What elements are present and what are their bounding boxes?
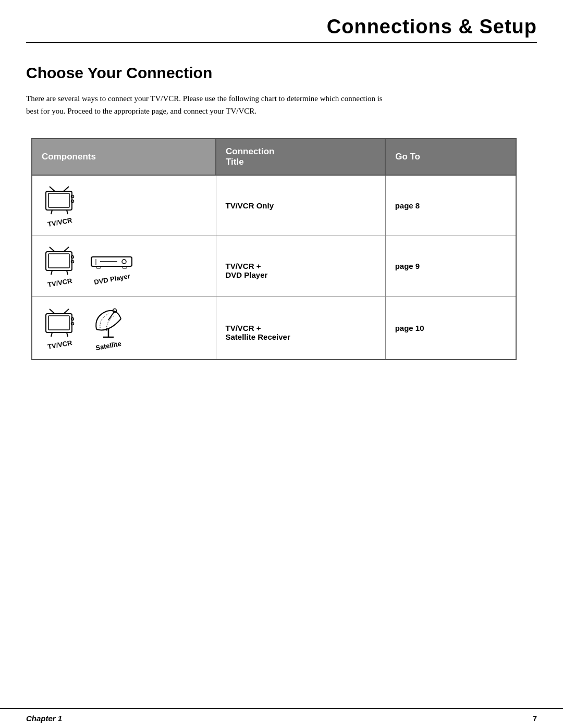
device-label-tvvcr-1: TV/VCR [47,216,73,228]
col-header-connection-title: ConnectionTitle [216,139,385,175]
svg-line-26 [50,309,55,314]
connection-table: Components ConnectionTitle Go To [31,138,517,360]
svg-line-4 [50,187,55,191]
components-cell-3: TV/VCR [32,297,216,360]
tvvcr-icon [42,185,78,216]
components-cell-2: TV/VCR [32,236,216,297]
footer-page-number: 7 [533,714,537,723]
device-label-tvvcr-2: TV/VCR [47,277,73,289]
header-title: Connections & Setup [327,16,537,38]
footer-chapter-label: Chapter 1 [26,714,62,723]
svg-line-5 [64,187,69,191]
tvvcr-icon-3 [42,307,78,339]
device-dvd: DVD Player [89,250,136,283]
components-cell-1: TV/VCR [32,175,216,236]
svg-line-2 [51,210,52,214]
components-group-1: TV/VCR [42,185,206,226]
connection-title-1: TV/VCR Only [216,175,385,236]
connection-title-3: TV/VCR + Satellite Receiver [216,297,385,360]
svg-line-12 [50,247,55,252]
col-header-goto: Go To [385,139,516,175]
svg-line-27 [64,309,69,314]
tvvcr-icon-2 [42,245,78,277]
svg-line-10 [51,270,52,275]
goto-1: page 8 [385,175,516,236]
goto-2: page 9 [385,236,516,297]
device-tvvcr-1: TV/VCR [42,185,78,226]
device-tvvcr-2: TV/VCR [42,245,78,287]
device-label-dvd: DVD Player [93,272,131,286]
col-header-components: Components [32,139,216,175]
page-header: Connections & Setup [0,0,563,43]
svg-line-25 [67,332,68,337]
svg-rect-9 [48,254,69,268]
intro-text: There are several ways to connect your T… [26,92,391,117]
device-satellite: Satellite [89,306,128,350]
main-content: Choose Your Connection There are several… [0,43,563,381]
svg-rect-23 [48,316,69,330]
table-header-row: Components ConnectionTitle Go To [32,139,516,175]
table-row: TV/VCR [32,297,516,360]
device-tvvcr-3: TV/VCR [42,307,78,349]
svg-line-24 [51,332,52,337]
header-rule [26,42,537,43]
satellite-icon [89,306,128,340]
svg-point-18 [122,260,126,264]
table-row: TV/VCR [32,236,516,297]
page-footer: Chapter 1 7 [0,708,563,728]
svg-line-11 [67,270,68,275]
dvd-icon [89,250,136,273]
device-label-tvvcr-3: TV/VCR [47,338,73,350]
svg-line-3 [67,210,68,214]
device-label-satellite: Satellite [95,340,122,352]
connection-title-2: TV/VCR + DVD Player [216,236,385,297]
section-title: Choose Your Connection [26,64,537,82]
components-group-2: TV/VCR [42,245,206,287]
table-row: TV/VCR TV/VCR Only page 8 [32,175,516,236]
svg-rect-1 [48,193,69,207]
goto-3: page 10 [385,297,516,360]
svg-line-13 [64,247,69,252]
components-group-3: TV/VCR [42,306,206,350]
